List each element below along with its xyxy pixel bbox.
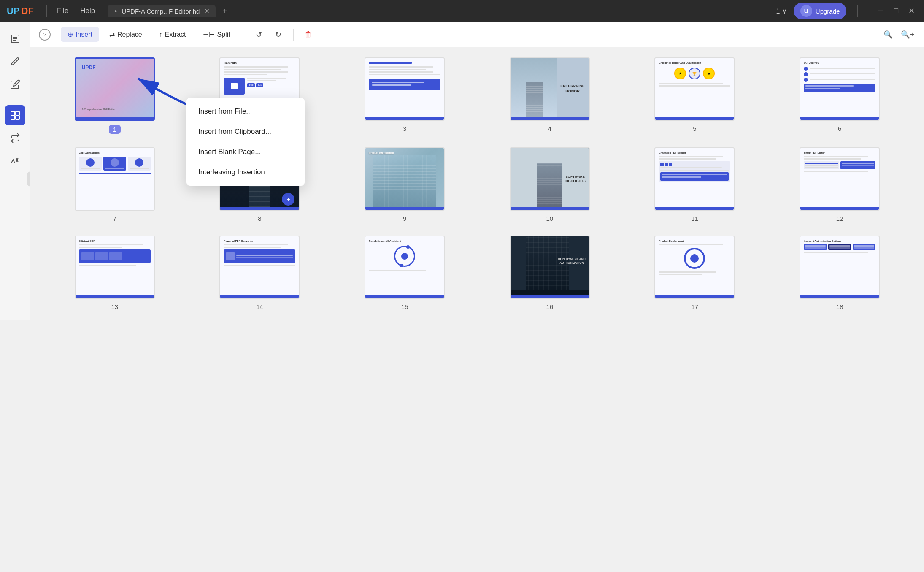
delete-button[interactable]: 🗑: [300, 27, 316, 43]
toolbar-sep1: [244, 29, 244, 41]
page-thumbnail-5[interactable]: Enterprise Honor And Qualification ★ 🏆 ★: [654, 57, 735, 121]
minimize-button[interactable]: ─: [875, 5, 886, 16]
toolbar: ? ⊕ Insert ⇄ Replace ↑ Extract ⊣⊢ Split …: [30, 22, 924, 47]
page-thumb-15: Revolutionary AI Assistant: [337, 236, 472, 310]
page-thumbnail-18[interactable]: Account Authorization Options: [800, 236, 880, 299]
file-menu[interactable]: File: [51, 4, 74, 18]
svg-rect-6: [11, 116, 15, 119]
page-thumbnail-11[interactable]: Enhanced PDF Reader: [654, 147, 735, 211]
replace-button[interactable]: ⇄ Replace: [103, 27, 149, 42]
insert-button[interactable]: ⊕ Insert: [61, 27, 99, 42]
page-number-16: 16: [546, 303, 553, 310]
page16-bar: [511, 295, 589, 298]
extract-button[interactable]: ↑ Extract: [152, 27, 193, 42]
sidebar-item-reader[interactable]: [5, 29, 25, 49]
page-thumb-11: Enhanced PDF Reader: [627, 147, 762, 222]
toolbar-sep2: [293, 29, 294, 41]
page-thumbnail-9[interactable]: Product Introduction: [365, 147, 445, 211]
page-thumbnail-15[interactable]: Revolutionary AI Assistant: [365, 236, 445, 299]
page10-overlay: SOFTWAREHIGHLIGHTS: [565, 175, 585, 184]
page-thumb-12: Smart PDF Editor: [772, 147, 907, 222]
page15-bar: [365, 295, 444, 298]
page9-bar: [365, 207, 444, 210]
page-number-4: 4: [548, 125, 551, 132]
split-button[interactable]: ⊣⊢ Split: [196, 27, 237, 42]
zoom-in-button[interactable]: 🔍+: [900, 27, 916, 43]
page-number-7: 7: [113, 215, 116, 222]
insert-interleaving-item[interactable]: Interleaving Insertion: [186, 162, 305, 182]
sidebar-item-sign[interactable]: [5, 151, 25, 171]
page-thumb-13: Efficient OCR: [47, 236, 182, 310]
page3-bar: [365, 117, 444, 120]
page-number-11: 11: [691, 215, 698, 222]
rotate-left-button[interactable]: ↺: [251, 27, 267, 43]
page-thumbnail-16[interactable]: DEPLOYMENT ANDAUTHORIZATION: [510, 236, 590, 299]
page-number-8: 8: [258, 215, 261, 222]
page-number-10: 10: [546, 215, 553, 222]
page-number-6: 6: [838, 125, 841, 132]
page-thumb-6: Our Journey: [772, 57, 907, 134]
page-thumbnail-12[interactable]: Smart PDF Editor: [800, 147, 880, 211]
upgrade-button[interactable]: U Upgrade: [794, 3, 847, 19]
page-number-12: 12: [836, 215, 843, 222]
page-thumbnail-1[interactable]: UPDF A Comprehensive PDF Editor: [75, 57, 155, 121]
new-tab-button[interactable]: +: [219, 5, 231, 18]
page4-overlay: ENTERPRISEHONOR: [560, 84, 585, 94]
svg-rect-4: [11, 111, 15, 115]
page5-bar: [655, 117, 734, 120]
page17-bar: [655, 295, 734, 298]
rotate-right-button[interactable]: ↻: [270, 27, 286, 43]
page-thumbnail-6[interactable]: Our Journey: [800, 57, 880, 121]
svg-rect-5: [16, 111, 19, 115]
page-thumbnail-14[interactable]: Powerful PDF Converter: [219, 236, 300, 299]
page13-bar: [76, 295, 154, 298]
page-number-3: 3: [403, 125, 406, 132]
page-thumbnail-3[interactable]: [365, 57, 445, 121]
page11-bar: [655, 207, 734, 210]
active-tab[interactable]: ✦ UPDF-A Comp...F Editor hd ✕: [108, 5, 216, 17]
page-content-area[interactable]: Insert from File... Insert from Clipboar…: [30, 47, 924, 320]
tab-close-button[interactable]: ✕: [205, 8, 210, 14]
app-logo: UPDF: [7, 5, 34, 16]
insert-from-clipboard-item[interactable]: Insert from Clipboard...: [186, 122, 305, 142]
extract-label: Extract: [165, 31, 186, 38]
page12-bar: [800, 207, 879, 210]
page18-bar: [800, 295, 879, 298]
sidebar-item-edit[interactable]: [5, 74, 25, 95]
help-button[interactable]: ?: [39, 29, 51, 41]
page10-bar: [511, 207, 589, 210]
sidebar-item-annotate[interactable]: [5, 52, 25, 72]
tab-label: UPDF-A Comp...F Editor hd: [122, 8, 200, 15]
insert-dropdown-menu: Insert from File... Insert from Clipboar…: [186, 98, 305, 186]
sidebar-item-organize[interactable]: [5, 105, 25, 125]
close-button[interactable]: ✕: [906, 5, 917, 16]
insert-label: Insert: [76, 31, 92, 38]
svg-rect-9: [231, 83, 238, 89]
extract-icon: ↑: [159, 31, 162, 38]
page-grid: UPDF A Comprehensive PDF Editor 1 Conten…: [47, 57, 907, 310]
insert-icon: ⊕: [68, 30, 73, 38]
insert-from-file-item[interactable]: Insert from File...: [186, 101, 305, 122]
page-number-5: 5: [693, 125, 696, 132]
page8-bar: [220, 207, 299, 210]
page14-bar: [220, 295, 299, 298]
page-thumbnail-7[interactable]: Core Advantages: [75, 147, 155, 211]
zoom-out-button[interactable]: 🔍: [880, 27, 896, 43]
page-thumb-4: ENTERPRISEHONOR 4: [482, 57, 617, 134]
page-number-15: 15: [401, 303, 408, 310]
page-number-18: 18: [836, 303, 843, 310]
page-thumbnail-4[interactable]: ENTERPRISEHONOR: [510, 57, 590, 121]
page-thumbnail-10[interactable]: SOFTWAREHIGHLIGHTS: [510, 147, 590, 211]
insert-blank-page-item[interactable]: Insert Blank Page...: [186, 142, 305, 162]
page-thumbnail-17[interactable]: Product Deployment: [654, 236, 735, 299]
sidebar-item-convert[interactable]: [5, 128, 25, 148]
page-thumbnail-13[interactable]: Efficient OCR: [75, 236, 155, 299]
page-number-1: 1: [109, 125, 121, 134]
page-thumb-10: SOFTWAREHIGHLIGHTS 10: [482, 147, 617, 222]
page-thumb-3: 3: [337, 57, 472, 134]
page-number-14: 14: [256, 303, 263, 310]
page-thumb-7: Core Advantages: [47, 147, 182, 222]
replace-label: Replace: [117, 31, 142, 38]
help-menu[interactable]: Help: [74, 4, 101, 18]
maximize-button[interactable]: □: [891, 5, 901, 16]
